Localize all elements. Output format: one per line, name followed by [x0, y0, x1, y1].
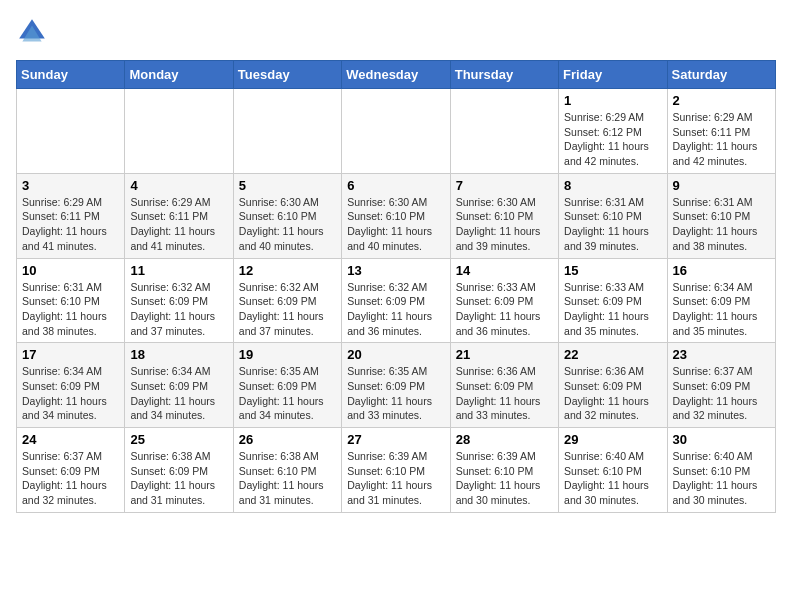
day-number: 28: [456, 432, 553, 447]
day-info: Sunrise: 6:40 AM Sunset: 6:10 PM Dayligh…: [564, 449, 661, 508]
day-number: 17: [22, 347, 119, 362]
calendar-day-cell: 18Sunrise: 6:34 AM Sunset: 6:09 PM Dayli…: [125, 343, 233, 428]
day-number: 12: [239, 263, 336, 278]
day-number: 29: [564, 432, 661, 447]
calendar-week-row: 1Sunrise: 6:29 AM Sunset: 6:12 PM Daylig…: [17, 89, 776, 174]
calendar-week-row: 17Sunrise: 6:34 AM Sunset: 6:09 PM Dayli…: [17, 343, 776, 428]
day-number: 23: [673, 347, 770, 362]
day-number: 2: [673, 93, 770, 108]
day-info: Sunrise: 6:29 AM Sunset: 6:11 PM Dayligh…: [22, 195, 119, 254]
calendar-day-cell: 4Sunrise: 6:29 AM Sunset: 6:11 PM Daylig…: [125, 173, 233, 258]
day-number: 26: [239, 432, 336, 447]
calendar-week-row: 24Sunrise: 6:37 AM Sunset: 6:09 PM Dayli…: [17, 428, 776, 513]
day-number: 16: [673, 263, 770, 278]
calendar-day-cell: 11Sunrise: 6:32 AM Sunset: 6:09 PM Dayli…: [125, 258, 233, 343]
day-info: Sunrise: 6:39 AM Sunset: 6:10 PM Dayligh…: [456, 449, 553, 508]
day-number: 1: [564, 93, 661, 108]
day-info: Sunrise: 6:32 AM Sunset: 6:09 PM Dayligh…: [239, 280, 336, 339]
weekday-header: Friday: [559, 61, 667, 89]
calendar-day-cell: 2Sunrise: 6:29 AM Sunset: 6:11 PM Daylig…: [667, 89, 775, 174]
calendar-day-cell: 6Sunrise: 6:30 AM Sunset: 6:10 PM Daylig…: [342, 173, 450, 258]
calendar-day-cell: 14Sunrise: 6:33 AM Sunset: 6:09 PM Dayli…: [450, 258, 558, 343]
calendar-day-cell: 7Sunrise: 6:30 AM Sunset: 6:10 PM Daylig…: [450, 173, 558, 258]
calendar-day-cell: 24Sunrise: 6:37 AM Sunset: 6:09 PM Dayli…: [17, 428, 125, 513]
day-number: 6: [347, 178, 444, 193]
day-info: Sunrise: 6:33 AM Sunset: 6:09 PM Dayligh…: [456, 280, 553, 339]
calendar-day-cell: 15Sunrise: 6:33 AM Sunset: 6:09 PM Dayli…: [559, 258, 667, 343]
calendar-day-cell: 25Sunrise: 6:38 AM Sunset: 6:09 PM Dayli…: [125, 428, 233, 513]
calendar-day-cell: 21Sunrise: 6:36 AM Sunset: 6:09 PM Dayli…: [450, 343, 558, 428]
calendar-day-cell: 22Sunrise: 6:36 AM Sunset: 6:09 PM Dayli…: [559, 343, 667, 428]
day-info: Sunrise: 6:31 AM Sunset: 6:10 PM Dayligh…: [22, 280, 119, 339]
weekday-header: Sunday: [17, 61, 125, 89]
day-number: 8: [564, 178, 661, 193]
day-number: 3: [22, 178, 119, 193]
calendar-header-row: SundayMondayTuesdayWednesdayThursdayFrid…: [17, 61, 776, 89]
day-info: Sunrise: 6:40 AM Sunset: 6:10 PM Dayligh…: [673, 449, 770, 508]
day-number: 27: [347, 432, 444, 447]
calendar-day-cell: 12Sunrise: 6:32 AM Sunset: 6:09 PM Dayli…: [233, 258, 341, 343]
calendar-day-cell: 29Sunrise: 6:40 AM Sunset: 6:10 PM Dayli…: [559, 428, 667, 513]
calendar-day-cell: [125, 89, 233, 174]
day-info: Sunrise: 6:34 AM Sunset: 6:09 PM Dayligh…: [130, 364, 227, 423]
day-number: 7: [456, 178, 553, 193]
day-info: Sunrise: 6:31 AM Sunset: 6:10 PM Dayligh…: [564, 195, 661, 254]
calendar-day-cell: 23Sunrise: 6:37 AM Sunset: 6:09 PM Dayli…: [667, 343, 775, 428]
calendar-day-cell: 8Sunrise: 6:31 AM Sunset: 6:10 PM Daylig…: [559, 173, 667, 258]
logo: [16, 16, 52, 48]
day-number: 24: [22, 432, 119, 447]
calendar-day-cell: 17Sunrise: 6:34 AM Sunset: 6:09 PM Dayli…: [17, 343, 125, 428]
day-number: 20: [347, 347, 444, 362]
logo-icon: [16, 16, 48, 48]
day-number: 15: [564, 263, 661, 278]
calendar-day-cell: 30Sunrise: 6:40 AM Sunset: 6:10 PM Dayli…: [667, 428, 775, 513]
day-info: Sunrise: 6:33 AM Sunset: 6:09 PM Dayligh…: [564, 280, 661, 339]
calendar-day-cell: 9Sunrise: 6:31 AM Sunset: 6:10 PM Daylig…: [667, 173, 775, 258]
page-header: [16, 16, 776, 48]
day-info: Sunrise: 6:30 AM Sunset: 6:10 PM Dayligh…: [456, 195, 553, 254]
calendar-day-cell: 10Sunrise: 6:31 AM Sunset: 6:10 PM Dayli…: [17, 258, 125, 343]
calendar-day-cell: 20Sunrise: 6:35 AM Sunset: 6:09 PM Dayli…: [342, 343, 450, 428]
calendar-day-cell: 28Sunrise: 6:39 AM Sunset: 6:10 PM Dayli…: [450, 428, 558, 513]
day-info: Sunrise: 6:36 AM Sunset: 6:09 PM Dayligh…: [564, 364, 661, 423]
weekday-header: Monday: [125, 61, 233, 89]
calendar-week-row: 10Sunrise: 6:31 AM Sunset: 6:10 PM Dayli…: [17, 258, 776, 343]
calendar-day-cell: 13Sunrise: 6:32 AM Sunset: 6:09 PM Dayli…: [342, 258, 450, 343]
day-number: 11: [130, 263, 227, 278]
calendar-day-cell: 16Sunrise: 6:34 AM Sunset: 6:09 PM Dayli…: [667, 258, 775, 343]
day-number: 30: [673, 432, 770, 447]
day-number: 21: [456, 347, 553, 362]
calendar-day-cell: [450, 89, 558, 174]
day-info: Sunrise: 6:38 AM Sunset: 6:10 PM Dayligh…: [239, 449, 336, 508]
day-number: 25: [130, 432, 227, 447]
calendar-table: SundayMondayTuesdayWednesdayThursdayFrid…: [16, 60, 776, 513]
day-info: Sunrise: 6:37 AM Sunset: 6:09 PM Dayligh…: [22, 449, 119, 508]
day-info: Sunrise: 6:37 AM Sunset: 6:09 PM Dayligh…: [673, 364, 770, 423]
calendar-day-cell: 27Sunrise: 6:39 AM Sunset: 6:10 PM Dayli…: [342, 428, 450, 513]
day-info: Sunrise: 6:35 AM Sunset: 6:09 PM Dayligh…: [347, 364, 444, 423]
weekday-header: Thursday: [450, 61, 558, 89]
day-info: Sunrise: 6:29 AM Sunset: 6:11 PM Dayligh…: [673, 110, 770, 169]
day-number: 5: [239, 178, 336, 193]
day-number: 9: [673, 178, 770, 193]
calendar-day-cell: [342, 89, 450, 174]
day-number: 19: [239, 347, 336, 362]
day-info: Sunrise: 6:30 AM Sunset: 6:10 PM Dayligh…: [239, 195, 336, 254]
day-number: 22: [564, 347, 661, 362]
day-info: Sunrise: 6:29 AM Sunset: 6:11 PM Dayligh…: [130, 195, 227, 254]
day-info: Sunrise: 6:34 AM Sunset: 6:09 PM Dayligh…: [673, 280, 770, 339]
calendar-day-cell: 19Sunrise: 6:35 AM Sunset: 6:09 PM Dayli…: [233, 343, 341, 428]
weekday-header: Tuesday: [233, 61, 341, 89]
calendar-day-cell: 26Sunrise: 6:38 AM Sunset: 6:10 PM Dayli…: [233, 428, 341, 513]
day-number: 4: [130, 178, 227, 193]
calendar-week-row: 3Sunrise: 6:29 AM Sunset: 6:11 PM Daylig…: [17, 173, 776, 258]
calendar-day-cell: 3Sunrise: 6:29 AM Sunset: 6:11 PM Daylig…: [17, 173, 125, 258]
calendar-day-cell: 5Sunrise: 6:30 AM Sunset: 6:10 PM Daylig…: [233, 173, 341, 258]
calendar-day-cell: 1Sunrise: 6:29 AM Sunset: 6:12 PM Daylig…: [559, 89, 667, 174]
day-number: 14: [456, 263, 553, 278]
day-number: 18: [130, 347, 227, 362]
day-info: Sunrise: 6:39 AM Sunset: 6:10 PM Dayligh…: [347, 449, 444, 508]
weekday-header: Saturday: [667, 61, 775, 89]
weekday-header: Wednesday: [342, 61, 450, 89]
calendar-day-cell: [17, 89, 125, 174]
